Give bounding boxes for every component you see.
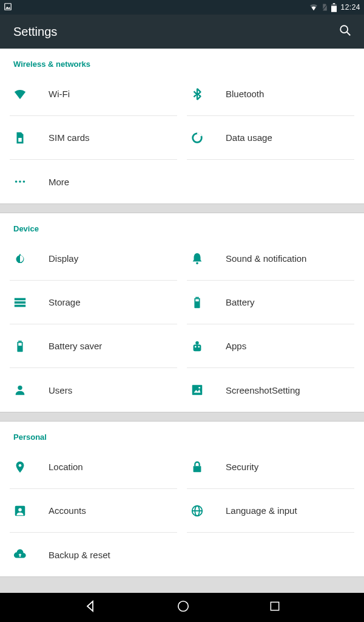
svg-point-9	[15, 180, 18, 183]
settings-item-language[interactable]: Language & input	[187, 489, 354, 533]
settings-item-label: Storage	[49, 297, 81, 307]
search-button[interactable]	[339, 24, 352, 39]
settings-item-battery[interactable]: Battery	[187, 281, 354, 324]
svg-point-5	[340, 26, 348, 33]
display-icon	[10, 252, 49, 265]
settings-item-backup[interactable]: Backup & reset	[10, 533, 177, 576]
section-wireless: Wireless & networks Wi-Fi Bluetooth SIM …	[0, 49, 364, 203]
settings-item-label: Battery saver	[49, 341, 102, 351]
battery-saver-icon	[10, 340, 49, 353]
home-button[interactable]	[177, 600, 190, 615]
settings-item-label: Bluetooth	[226, 89, 264, 99]
svg-point-25	[198, 346, 200, 347]
settings-item-wifi[interactable]: Wi-Fi	[10, 72, 177, 116]
settings-item-label: Display	[49, 253, 78, 264]
settings-item-label: More	[49, 177, 69, 187]
svg-point-24	[195, 346, 197, 347]
settings-item-bluetooth[interactable]: Bluetooth	[187, 72, 354, 116]
storage-icon	[10, 296, 49, 309]
user-icon	[10, 383, 49, 397]
svg-point-36	[178, 601, 189, 612]
back-button[interactable]	[83, 599, 98, 616]
image-icon	[4, 2, 12, 13]
settings-item-screenshot[interactable]: ScreenshotSetting	[187, 368, 354, 412]
sim-icon	[10, 131, 49, 145]
settings-item-sim[interactable]: SIM cards	[10, 116, 177, 160]
app-bar: Settings	[0, 15, 364, 49]
settings-item-label: Backup & reset	[49, 550, 110, 560]
settings-item-label: Sound & notification	[226, 253, 306, 264]
battery-status-icon	[331, 3, 337, 12]
svg-point-28	[198, 387, 200, 389]
section-header-wireless: Wireless & networks	[0, 49, 364, 72]
svg-rect-16	[195, 296, 199, 298]
bluetooth-icon	[187, 87, 226, 101]
data-usage-icon	[187, 131, 226, 145]
settings-item-users[interactable]: Users	[10, 368, 177, 412]
section-header-device: Device	[0, 213, 364, 237]
settings-item-data-usage[interactable]: Data usage	[187, 116, 354, 160]
settings-item-label: Accounts	[49, 505, 86, 516]
settings-item-label: SIM cards	[49, 132, 90, 143]
svg-rect-13	[15, 298, 25, 300]
svg-line-6	[347, 32, 351, 36]
more-icon	[10, 175, 49, 188]
svg-rect-15	[15, 304, 25, 307]
status-time: 12:24	[340, 3, 360, 12]
section-divider	[0, 203, 364, 213]
svg-point-22	[195, 341, 199, 344]
apps-icon	[187, 340, 226, 353]
settings-item-display[interactable]: Display	[10, 237, 177, 281]
back-icon	[83, 599, 98, 613]
navigation-bar	[0, 593, 364, 622]
section-header-personal: Personal	[0, 422, 364, 445]
svg-rect-21	[18, 343, 22, 346]
globe-icon	[187, 504, 226, 518]
svg-rect-7	[18, 138, 22, 142]
battery-icon	[187, 296, 226, 309]
svg-rect-19	[18, 340, 22, 341]
svg-point-32	[18, 508, 22, 511]
settings-item-more[interactable]: More	[10, 160, 177, 203]
svg-point-26	[18, 386, 22, 390]
wifi-status-icon	[309, 3, 318, 12]
settings-item-sound[interactable]: Sound & notification	[187, 237, 354, 281]
settings-item-label: Security	[226, 462, 258, 472]
section-divider	[0, 412, 364, 422]
settings-item-label: Apps	[226, 341, 246, 351]
wifi-icon	[10, 87, 49, 101]
home-icon	[177, 600, 190, 613]
settings-item-label: Language & input	[226, 505, 297, 516]
recent-apps-button[interactable]	[269, 600, 281, 615]
svg-point-11	[23, 180, 25, 183]
section-device: Device Display Sound & notification Stor…	[0, 213, 364, 412]
settings-item-label: Battery	[226, 297, 255, 307]
settings-item-label: Location	[49, 462, 83, 472]
section-personal: Personal Location Security Accounts Lang…	[0, 422, 364, 576]
settings-item-label: Users	[49, 385, 72, 395]
settings-item-security[interactable]: Security	[187, 445, 354, 489]
cloud-upload-icon	[10, 548, 49, 561]
svg-point-29	[19, 463, 22, 466]
settings-item-apps[interactable]: Apps	[187, 324, 354, 368]
svg-rect-2	[333, 3, 335, 4]
status-bar: 12:24	[0, 0, 364, 15]
bell-icon	[187, 252, 226, 265]
recent-icon	[269, 600, 281, 612]
settings-item-location[interactable]: Location	[10, 445, 177, 489]
svg-rect-27	[192, 385, 203, 395]
settings-item-storage[interactable]: Storage	[10, 281, 177, 324]
svg-point-10	[19, 180, 21, 183]
svg-rect-14	[15, 301, 25, 304]
settings-item-label: Data usage	[226, 132, 272, 143]
svg-rect-30	[194, 466, 201, 472]
svg-point-12	[196, 262, 198, 264]
settings-item-label: ScreenshotSetting	[226, 385, 300, 395]
search-icon	[339, 24, 352, 37]
svg-rect-37	[271, 602, 278, 610]
settings-item-battery-saver[interactable]: Battery saver	[10, 324, 177, 368]
screenshot-icon	[187, 383, 226, 397]
section-divider	[0, 576, 364, 583]
settings-item-accounts[interactable]: Accounts	[10, 489, 177, 533]
settings-item-label: Wi-Fi	[49, 89, 70, 99]
